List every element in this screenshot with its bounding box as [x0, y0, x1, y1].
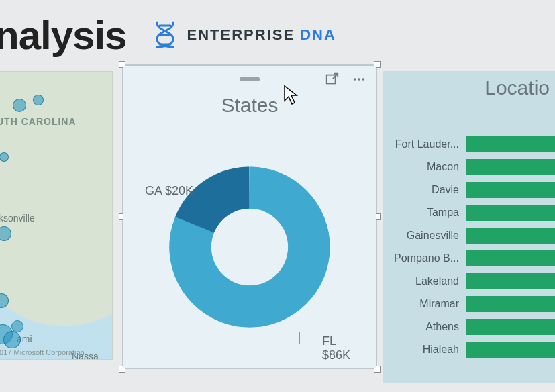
report-header: nalysis ENTERPRISE DNA: [0, 8, 555, 62]
map-state-label: UTH CAROLINA: [0, 116, 77, 127]
dna-icon: [153, 21, 177, 48]
leader-line: [299, 344, 319, 344]
brand-logo: ENTERPRISE DNA: [153, 21, 336, 48]
locations-title: Locatio: [485, 77, 550, 99]
visual-header: [123, 66, 376, 93]
brand-text: ENTERPRISE DNA: [187, 26, 336, 44]
svg-point-5: [358, 78, 360, 81]
location-row[interactable]: Athens: [383, 318, 555, 336]
donut-visual-selection[interactable]: States GA $20K FL $86K: [122, 64, 377, 369]
map-bubble[interactable]: [3, 331, 21, 348]
locations-visual[interactable]: Locatio Fort Lauder...MaconDavieTampaGai…: [383, 71, 555, 383]
location-label: Gainesville: [385, 230, 459, 242]
location-bar[interactable]: [466, 228, 555, 244]
locations-rows: Fort Lauder...MaconDavieTampaGainesville…: [383, 105, 555, 358]
leader-line: [299, 332, 300, 344]
report-body: UTH CAROLINA xksonville ami Nassa 2017 M…: [0, 64, 555, 392]
donut-title: States: [123, 94, 376, 117]
slice-label-fl: FL $86K: [322, 334, 350, 362]
location-row[interactable]: Fort Lauder...: [383, 136, 555, 153]
donut-visual[interactable]: States GA $20K FL $86K: [123, 66, 376, 368]
svg-point-6: [362, 78, 365, 81]
location-row[interactable]: Gainesville: [383, 227, 555, 244]
location-bar[interactable]: [466, 159, 555, 175]
location-row[interactable]: Hialeah: [383, 341, 555, 358]
location-bar[interactable]: [466, 205, 555, 221]
location-label: Hialeah: [385, 344, 459, 356]
donut-plot-area: GA $20K FL $86K: [123, 117, 376, 368]
map-bubble[interactable]: [13, 99, 26, 112]
location-bar[interactable]: [466, 342, 555, 358]
location-row[interactable]: Tampa: [383, 204, 555, 222]
location-bar[interactable]: [466, 273, 555, 289]
location-row[interactable]: Miramar: [383, 295, 555, 313]
map-copyright: 2017 Microsoft Corporation: [0, 348, 85, 356]
location-row[interactable]: Pompano B...: [383, 250, 555, 267]
location-label: Fort Lauder...: [385, 138, 459, 150]
location-label: Davie: [385, 184, 459, 196]
map-bubble[interactable]: [33, 95, 44, 105]
location-label: Lakeland: [385, 275, 459, 287]
location-label: Miramar: [385, 298, 459, 310]
location-label: Macon: [385, 161, 459, 173]
location-bar[interactable]: [466, 296, 555, 312]
location-row[interactable]: Lakeland: [383, 273, 555, 290]
location-row[interactable]: Macon: [383, 158, 555, 176]
map-bubble[interactable]: [11, 320, 23, 332]
page-title: nalysis: [0, 12, 126, 58]
svg-rect-3: [327, 75, 336, 84]
location-bar[interactable]: [466, 319, 555, 335]
location-row[interactable]: Davie: [383, 181, 555, 199]
leader-line: [197, 197, 209, 197]
location-label: Tampa: [385, 207, 459, 219]
svg-point-4: [354, 78, 356, 81]
location-bar[interactable]: [466, 136, 555, 152]
focus-mode-icon[interactable]: [325, 72, 340, 87]
location-label: Pompano B...: [385, 252, 459, 264]
more-options-icon[interactable]: [352, 72, 366, 87]
leader-line: [209, 197, 209, 209]
map-city-label: xksonville: [0, 213, 35, 224]
location-bar[interactable]: [466, 250, 555, 266]
location-bar[interactable]: [466, 182, 555, 198]
location-label: Athens: [385, 321, 459, 333]
map-visual[interactable]: UTH CAROLINA xksonville ami Nassa 2017 M…: [0, 71, 113, 360]
drag-grip-icon[interactable]: [240, 77, 260, 81]
slice-label-ga: GA $20K: [145, 184, 193, 198]
